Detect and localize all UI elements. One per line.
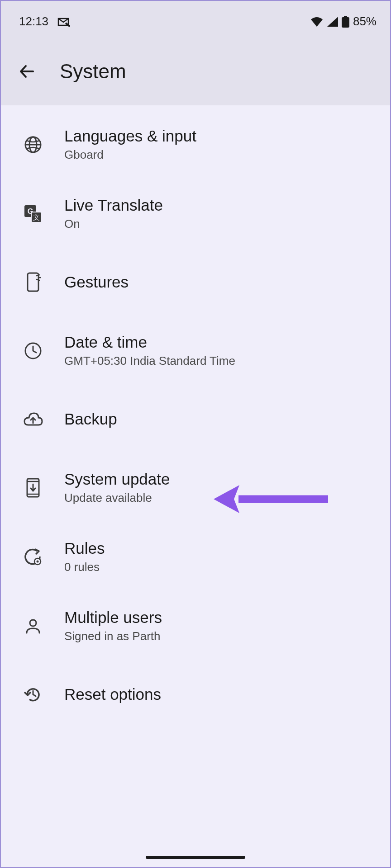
settings-item-gestures[interactable]: Gestures [1,248,390,316]
item-subtitle: Gboard [64,148,196,162]
rules-icon [23,547,43,567]
item-title: Reset options [64,685,161,703]
item-title: Live Translate [64,196,163,214]
svg-text:文: 文 [33,213,40,221]
svg-point-17 [30,620,36,626]
system-update-icon [23,477,43,498]
item-title: Multiple users [64,609,162,627]
item-subtitle: 0 rules [64,560,105,574]
status-time: 12:13 [19,14,48,28]
svg-rect-2 [342,17,349,28]
svg-rect-1 [344,16,347,17]
translate-icon: G 文 [23,203,43,224]
item-title: Languages & input [64,127,196,145]
item-subtitle: Signed in as Parth [64,629,162,643]
settings-list: Languages & input Gboard G 文 Live Transl… [1,105,390,728]
settings-item-backup[interactable]: Backup [1,385,390,453]
wifi-icon [310,17,324,27]
item-subtitle: Update available [64,491,170,505]
notification-icon [57,17,70,27]
nav-indicator[interactable] [146,856,245,859]
back-button[interactable] [18,62,36,80]
user-icon [23,616,43,637]
item-subtitle: On [64,217,163,231]
settings-item-translate[interactable]: G 文 Live Translate On [1,179,390,248]
signal-icon [327,17,338,27]
settings-item-reset[interactable]: Reset options [1,660,390,728]
item-title: Backup [64,410,117,428]
gestures-icon [23,272,43,292]
item-title: Rules [64,539,105,557]
battery-icon [342,16,349,28]
reset-icon [23,684,43,705]
item-title: Gestures [64,273,129,291]
page-header: System [1,42,390,105]
item-subtitle: GMT+05:30 India Standard Time [64,354,235,368]
settings-item-rules[interactable]: Rules 0 rules [1,522,390,591]
globe-icon [23,134,43,155]
page-title: System [60,60,126,83]
item-title: System update [64,470,170,488]
clock-icon [23,340,43,361]
cloud-upload-icon [23,409,43,429]
status-bar: 12:13 85% [1,1,390,42]
item-title: Date & time [64,333,235,351]
settings-item-datetime[interactable]: Date & time GMT+05:30 India Standard Tim… [1,316,390,385]
battery-percent: 85% [353,14,377,28]
settings-item-system-update[interactable]: System update Update available [1,453,390,522]
settings-item-users[interactable]: Multiple users Signed in as Parth [1,591,390,660]
annotation-arrow [211,483,329,515]
svg-point-16 [37,560,39,562]
settings-item-languages[interactable]: Languages & input Gboard [1,110,390,179]
